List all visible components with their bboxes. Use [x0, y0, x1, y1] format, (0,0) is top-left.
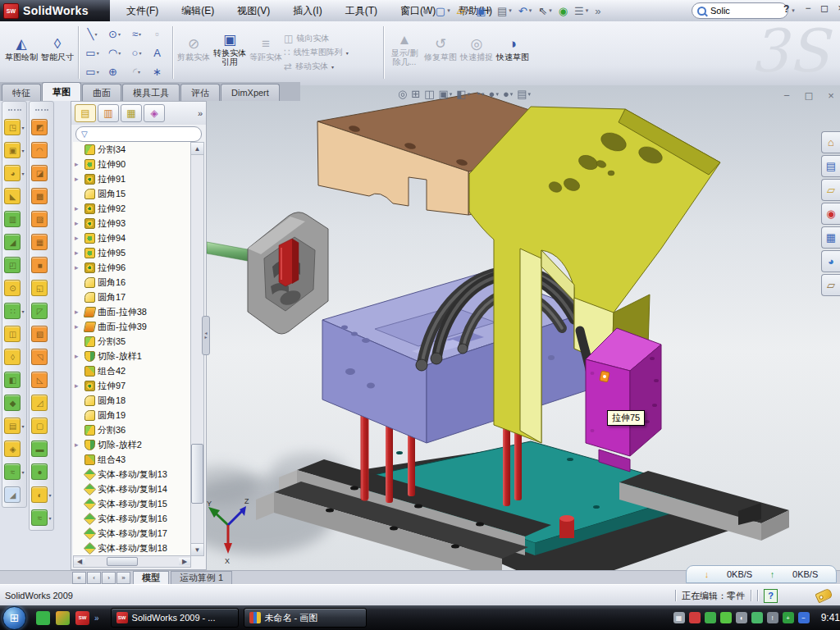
tree-item[interactable]: ▸ 曲面-拉伸39: [75, 319, 191, 334]
tray-icon[interactable]: [720, 612, 732, 623]
taskbar-window-button[interactable]: 未命名 - 画图: [244, 608, 367, 628]
view-tool-button[interactable]: ●: [502, 87, 514, 101]
ribbon-tab[interactable]: DimXpert: [221, 84, 280, 101]
graphics-area[interactable]: Y Z X ◎ ⊞ ◫ ▣ ◧ ◔ ● ● ▤: [207, 85, 840, 570]
tab-nav-button[interactable]: ‹: [87, 572, 101, 584]
expand-arrow-icon[interactable]: ▸: [75, 249, 82, 257]
tree-item[interactable]: ▸ 圆角16: [75, 275, 191, 290]
surface-tool-button[interactable]: ▦ ▾: [31, 234, 51, 250]
surface-tool-button[interactable]: ▧ ▾: [31, 326, 51, 342]
scroll-thumb[interactable]: [191, 444, 203, 503]
view-tool-button[interactable]: ◧: [455, 87, 471, 101]
quick-launch-overflow[interactable]: »: [94, 614, 99, 623]
tree-item[interactable]: ▸ 实体-移动/复制14: [75, 482, 191, 496]
tab-nav-button[interactable]: «: [72, 572, 86, 584]
manager-tab[interactable]: ▤: [75, 104, 96, 122]
ribbon-tab[interactable]: 评估: [180, 84, 220, 101]
expand-arrow-icon[interactable]: ▸: [75, 204, 82, 212]
view-tool-button[interactable]: ◔: [473, 87, 485, 101]
tags-icon[interactable]: [815, 588, 833, 604]
view-tool-button[interactable]: ▣: [438, 87, 454, 101]
sketch-tool-button[interactable]: ⊙▾: [103, 25, 126, 43]
expand-arrow-icon[interactable]: ▸: [75, 263, 82, 272]
tray-icon[interactable]: [705, 612, 716, 623]
sketch-tool-button[interactable]: ⊕▾: [103, 62, 126, 81]
tray-icon[interactable]: [689, 612, 701, 623]
tree-item[interactable]: ▸ 拉伸92: [75, 201, 191, 216]
sketch-tool-button[interactable]: ◜▾: [126, 62, 148, 81]
sketch-tool-button[interactable]: A▾: [148, 43, 170, 62]
ribbon-tab[interactable]: 曲面: [82, 84, 121, 101]
tray-icon[interactable]: ▦: [673, 612, 685, 623]
sketch-tool-button[interactable]: ≈▾: [126, 25, 148, 43]
menu-item[interactable]: 插入(I): [281, 4, 333, 18]
sketch-tool-button[interactable]: ∗▾: [148, 62, 170, 81]
command-button[interactable]: ⊘ 剪裁实体 ▾: [176, 23, 212, 82]
tree-item[interactable]: ▸ 分割34: [75, 142, 191, 157]
tree-item[interactable]: ▸ 圆角19: [75, 408, 191, 422]
quick-launch-icon[interactable]: SW: [75, 611, 89, 625]
feature-tool-button[interactable]: ◢ ▾: [4, 234, 24, 250]
view-tool-button[interactable]: ◫: [423, 87, 435, 101]
tree-item[interactable]: ▸ 实体-移动/复制16: [75, 511, 191, 526]
tree-item[interactable]: ▸ 拉伸94: [75, 231, 191, 245]
tree-item[interactable]: ▸ 拉伸93: [75, 216, 191, 231]
tree-item[interactable]: ▸ 曲面-拉伸38: [75, 304, 191, 319]
sketch-tool-button[interactable]: ▫▾: [148, 25, 170, 43]
command-button[interactable]: ◭ 草图绘制 ▾: [3, 23, 39, 82]
tree-item[interactable]: ▸ 分割35: [75, 334, 191, 349]
tray-icon[interactable]: !: [767, 612, 778, 623]
tab-nav-button[interactable]: »: [116, 572, 130, 584]
toolbar-button[interactable]: ☰: [572, 4, 591, 18]
tree-item[interactable]: ▸ 圆角18: [75, 393, 191, 408]
toolbar-button[interactable]: ▢: [433, 4, 453, 18]
command-button[interactable]: ◑ 快速草图 ▾: [495, 23, 531, 82]
surface-tool-button[interactable]: ▢ ▾: [31, 418, 51, 434]
surface-tool-button[interactable]: ◺ ▾: [31, 372, 51, 388]
toolbar-button[interactable]: ◉: [556, 4, 570, 18]
manager-tab[interactable]: ◈: [144, 104, 165, 122]
quick-launch-icon[interactable]: [36, 611, 50, 625]
toolbar-button[interactable]: »: [592, 4, 603, 18]
feature-tool-button[interactable]: ≈ ▾: [4, 463, 24, 480]
search-box[interactable]: [692, 2, 788, 19]
tray-icon[interactable]: +: [783, 612, 794, 623]
sketch-tool-button[interactable]: ◠▾: [103, 43, 126, 62]
search-input[interactable]: [709, 5, 761, 16]
tree-item[interactable]: ▸ 实体-移动/复制18: [75, 541, 191, 555]
quick-tips-help-icon[interactable]: ?: [764, 589, 778, 603]
toolbar-button[interactable]: ↶: [516, 4, 534, 18]
scroll-up-button[interactable]: ▲: [191, 143, 203, 155]
surface-tool-button[interactable]: ■ ▾: [31, 257, 51, 273]
tab-nav-button[interactable]: ›: [102, 572, 116, 584]
taskbar-clock[interactable]: 9:41: [821, 612, 840, 623]
ribbon-tab[interactable]: 特征: [2, 84, 41, 101]
surface-tool-button[interactable]: ≈ ▾: [31, 509, 51, 526]
sketch-tool-button[interactable]: ▭▾: [81, 62, 103, 81]
tree-item[interactable]: ▸ 实体-移动/复制15: [75, 496, 191, 511]
tabs-overflow-button[interactable]: »: [198, 108, 203, 118]
taskbar-window-button[interactable]: SW SolidWorks 2009 - ...: [111, 608, 239, 628]
manager-tab[interactable]: ▦: [121, 104, 142, 122]
feature-tool-button[interactable]: ◕ ▾: [4, 165, 24, 181]
task-pane-tab[interactable]: ◉: [821, 203, 840, 225]
tray-icon[interactable]: [751, 612, 763, 623]
view-tool-button[interactable]: ●: [488, 87, 500, 101]
feature-tool-button[interactable]: ◳ ▾: [4, 119, 24, 135]
tree-item[interactable]: ▸ 实体-移动/复制13: [75, 467, 191, 482]
tree-item[interactable]: ▸ 圆角15: [75, 186, 191, 201]
menu-item[interactable]: 工具(T): [334, 4, 389, 18]
toolbar-grip[interactable]: [35, 109, 48, 111]
tree-item[interactable]: ▸ 组合43: [75, 452, 191, 467]
menu-item[interactable]: 编辑(E): [170, 4, 226, 18]
command-button[interactable]: ≡ 等距实体 ▾: [248, 23, 284, 82]
toolbar-button[interactable]: ▣: [473, 4, 493, 18]
tree-item[interactable]: ▸ 拉伸90: [75, 157, 191, 171]
feature-tool-button[interactable]: ∷ ▾: [4, 303, 24, 319]
command-button[interactable]: ◊ 智能尺寸 ▾: [39, 23, 75, 82]
tree-item[interactable]: ▸ 实体-移动/复制17: [75, 526, 191, 541]
tree-item[interactable]: ▸ 拉伸97: [75, 378, 191, 393]
toolbar-button[interactable]: ▤: [495, 4, 514, 18]
surface-tool-button[interactable]: ◐ ▾: [31, 486, 51, 503]
task-pane-tab[interactable]: ◕: [821, 250, 840, 272]
